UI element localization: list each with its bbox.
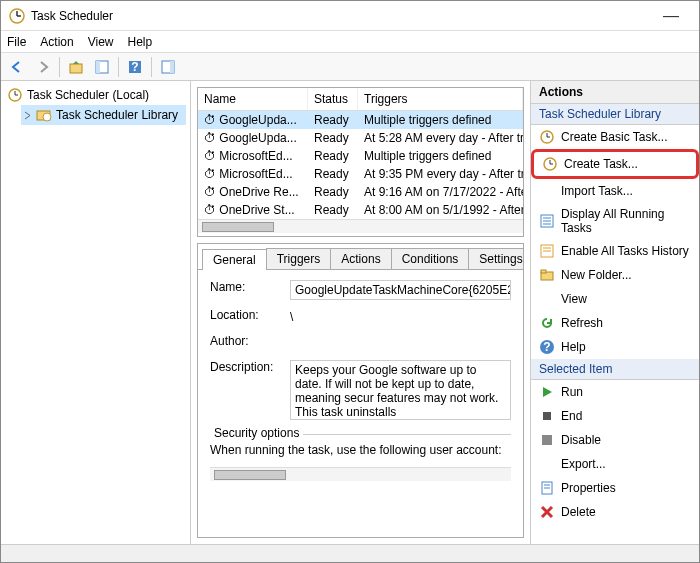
svg-rect-5 bbox=[96, 61, 100, 73]
svg-rect-32 bbox=[543, 412, 551, 420]
main-pane: Name Status Triggers ⏱ GoogleUpda... Rea… bbox=[191, 81, 531, 544]
actions-header: Actions bbox=[531, 81, 699, 104]
action-view[interactable]: View bbox=[531, 287, 699, 311]
action-create-task[interactable]: Create Task... bbox=[531, 149, 699, 179]
task-row[interactable]: ⏱ MicrosoftEd... Ready At 9:35 PM every … bbox=[198, 165, 523, 183]
action-properties[interactable]: Properties bbox=[531, 476, 699, 500]
task-row[interactable]: ⏱ MicrosoftEd... Ready Multiple triggers… bbox=[198, 147, 523, 165]
tab-conditions[interactable]: Conditions bbox=[391, 248, 470, 269]
task-row[interactable]: ⏱ OneDrive St... Ready At 8:00 AM on 5/1… bbox=[198, 201, 523, 219]
folder-icon bbox=[539, 267, 555, 283]
name-label: Name: bbox=[210, 280, 290, 300]
tab-actions[interactable]: Actions bbox=[330, 248, 391, 269]
tree-library-label: Task Scheduler Library bbox=[56, 108, 178, 122]
clock-icon bbox=[542, 156, 558, 172]
tab-general[interactable]: General bbox=[202, 249, 267, 270]
clock-icon: ⏱ bbox=[204, 149, 216, 163]
svg-text:?: ? bbox=[543, 340, 550, 354]
clock-icon: ⏱ bbox=[204, 113, 216, 127]
security-text: When running the task, use the following… bbox=[210, 443, 511, 457]
chevron-right-icon bbox=[23, 111, 32, 120]
description-label: Description: bbox=[210, 360, 290, 420]
actions-section-selected: Selected Item bbox=[531, 359, 699, 380]
details-tabs: General Triggers Actions Conditions Sett… bbox=[198, 244, 523, 270]
task-row[interactable]: ⏱ GoogleUpda... Ready At 5:28 AM every d… bbox=[198, 129, 523, 147]
menu-action[interactable]: Action bbox=[40, 35, 73, 49]
stop-icon bbox=[539, 408, 555, 424]
minimize-button[interactable]: — bbox=[651, 7, 691, 25]
menu-view[interactable]: View bbox=[88, 35, 114, 49]
action-delete[interactable]: Delete bbox=[531, 500, 699, 524]
clock-blue-icon bbox=[539, 129, 555, 145]
action-enable-history[interactable]: Enable All Tasks History bbox=[531, 239, 699, 263]
tree-pane: Task Scheduler (Local) Task Scheduler Li… bbox=[1, 81, 191, 544]
refresh-icon bbox=[539, 315, 555, 331]
action-run[interactable]: Run bbox=[531, 380, 699, 404]
action-create-basic-task[interactable]: Create Basic Task... bbox=[531, 125, 699, 149]
col-name[interactable]: Name bbox=[198, 88, 308, 110]
action-import-task[interactable]: Import Task... bbox=[531, 179, 699, 203]
tree-root[interactable]: Task Scheduler (Local) bbox=[5, 85, 186, 105]
list-icon bbox=[539, 213, 555, 229]
app-icon bbox=[9, 8, 25, 24]
up-button[interactable] bbox=[64, 55, 88, 79]
action-new-folder[interactable]: New Folder... bbox=[531, 263, 699, 287]
titlebar: Task Scheduler — bbox=[1, 1, 699, 31]
svg-text:?: ? bbox=[131, 60, 138, 74]
location-label: Location: bbox=[210, 308, 290, 326]
tab-settings[interactable]: Settings bbox=[468, 248, 524, 269]
disable-icon bbox=[539, 432, 555, 448]
action-end[interactable]: End bbox=[531, 404, 699, 428]
svg-rect-9 bbox=[170, 61, 174, 73]
description-field[interactable]: Keeps your Google software up to date. I… bbox=[290, 360, 511, 420]
actions-section-library: Task Scheduler Library bbox=[531, 104, 699, 125]
svg-rect-3 bbox=[70, 64, 82, 73]
properties-icon bbox=[539, 480, 555, 496]
action-export[interactable]: Export... bbox=[531, 452, 699, 476]
play-icon bbox=[539, 384, 555, 400]
tab-triggers[interactable]: Triggers bbox=[266, 248, 332, 269]
menu-help[interactable]: Help bbox=[128, 35, 153, 49]
task-list-header: Name Status Triggers bbox=[198, 88, 523, 111]
col-triggers[interactable]: Triggers bbox=[358, 88, 523, 110]
svg-rect-29 bbox=[541, 270, 546, 273]
task-row[interactable]: ⏱ GoogleUpda... Ready Multiple triggers … bbox=[198, 111, 523, 129]
history-icon bbox=[539, 243, 555, 259]
task-row[interactable]: ⏱ OneDrive Re... Ready At 9:16 AM on 7/1… bbox=[198, 183, 523, 201]
help-button[interactable]: ? bbox=[123, 55, 147, 79]
action-display-running[interactable]: Display All Running Tasks bbox=[531, 203, 699, 239]
help-icon: ? bbox=[539, 339, 555, 355]
clock-icon: ⏱ bbox=[204, 167, 216, 181]
horizontal-scrollbar[interactable] bbox=[210, 467, 511, 481]
action-help[interactable]: ? Help bbox=[531, 335, 699, 359]
delete-icon bbox=[539, 504, 555, 520]
author-label: Author: bbox=[210, 334, 290, 352]
panel-button-1[interactable] bbox=[90, 55, 114, 79]
panel-button-2[interactable] bbox=[156, 55, 180, 79]
svg-point-14 bbox=[43, 113, 51, 121]
security-group-label: Security options bbox=[210, 426, 303, 440]
tree-root-label: Task Scheduler (Local) bbox=[27, 88, 149, 102]
menubar: File Action View Help bbox=[1, 31, 699, 53]
clock-icon: ⏱ bbox=[204, 203, 216, 217]
clock-icon: ⏱ bbox=[204, 185, 216, 199]
menu-file[interactable]: File bbox=[7, 35, 26, 49]
window-title: Task Scheduler bbox=[31, 9, 113, 23]
folder-clock-icon bbox=[36, 107, 52, 123]
name-field[interactable]: GoogleUpdateTaskMachineCore{6205E29C bbox=[290, 280, 511, 300]
statusbar bbox=[1, 544, 699, 563]
clock-icon: ⏱ bbox=[204, 131, 216, 145]
action-disable[interactable]: Disable bbox=[531, 428, 699, 452]
action-refresh[interactable]: Refresh bbox=[531, 311, 699, 335]
task-details: General Triggers Actions Conditions Sett… bbox=[197, 243, 524, 538]
actions-pane: Actions Task Scheduler Library Create Ba… bbox=[531, 81, 699, 544]
back-button[interactable] bbox=[5, 55, 29, 79]
task-list: Name Status Triggers ⏱ GoogleUpda... Rea… bbox=[197, 87, 524, 237]
location-value: \ bbox=[290, 308, 511, 326]
author-value bbox=[290, 334, 511, 352]
tree-library[interactable]: Task Scheduler Library bbox=[21, 105, 186, 125]
forward-button[interactable] bbox=[31, 55, 55, 79]
col-status[interactable]: Status bbox=[308, 88, 358, 110]
horizontal-scrollbar[interactable] bbox=[198, 219, 523, 233]
toolbar: ? bbox=[1, 53, 699, 81]
